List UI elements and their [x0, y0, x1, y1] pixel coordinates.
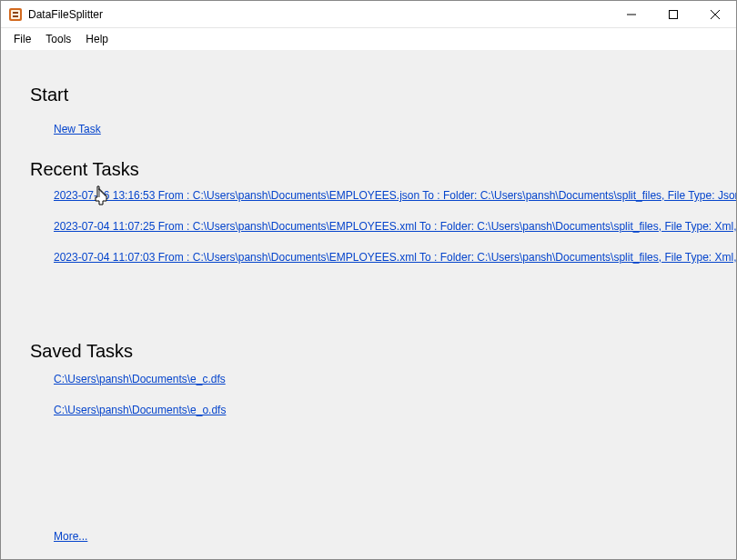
svg-rect-3 [13, 15, 18, 17]
recent-task-link[interactable]: 2023-07-06 13:16:53 From : C:\Users\pans… [54, 189, 736, 202]
svg-rect-5 [670, 10, 678, 18]
saved-task-link[interactable]: C:\Users\pansh\Documents\e_o.dfs [54, 404, 226, 416]
start-heading: Start [30, 85, 68, 105]
recent-task-item: 2023-07-06 13:16:53 From : C:\Users\pans… [54, 186, 736, 203]
saved-tasks-list: C:\Users\pansh\Documents\e_c.dfs C:\User… [54, 370, 226, 432]
saved-task-item: C:\Users\pansh\Documents\e_o.dfs [54, 401, 226, 417]
recent-task-item: 2023-07-04 11:07:25 From : C:\Users\pans… [54, 217, 736, 234]
recent-task-item: 2023-07-04 11:07:03 From : C:\Users\pans… [54, 248, 736, 265]
menubar: File Tools Help [1, 28, 736, 50]
saved-task-item: C:\Users\pansh\Documents\e_c.dfs [54, 370, 226, 386]
recent-tasks-list: 2023-07-06 13:16:53 From : C:\Users\pans… [54, 186, 736, 279]
recent-task-link[interactable]: 2023-07-04 11:07:25 From : C:\Users\pans… [54, 220, 736, 233]
app-icon [8, 7, 23, 22]
window-controls [611, 1, 736, 27]
content-area: Start New Task Recent Tasks 2023-07-06 1… [1, 50, 736, 559]
close-button[interactable] [694, 1, 736, 27]
minimize-button[interactable] [611, 1, 652, 27]
saved-tasks-heading: Saved Tasks [30, 341, 133, 362]
titlebar: DataFileSplitter [1, 1, 736, 28]
more-link[interactable]: More... [54, 530, 87, 543]
svg-rect-2 [13, 12, 18, 14]
window-title: DataFileSplitter [28, 8, 611, 21]
recent-task-link[interactable]: 2023-07-04 11:07:03 From : C:\Users\pans… [54, 251, 736, 264]
menu-help[interactable]: Help [78, 31, 116, 47]
maximize-button[interactable] [652, 1, 694, 27]
new-task-link[interactable]: New Task [54, 123, 101, 135]
menu-tools[interactable]: Tools [38, 31, 78, 47]
saved-task-link[interactable]: C:\Users\pansh\Documents\e_c.dfs [54, 373, 226, 385]
recent-tasks-heading: Recent Tasks [30, 159, 139, 180]
svg-rect-1 [11, 10, 20, 19]
menu-file[interactable]: File [6, 31, 38, 47]
